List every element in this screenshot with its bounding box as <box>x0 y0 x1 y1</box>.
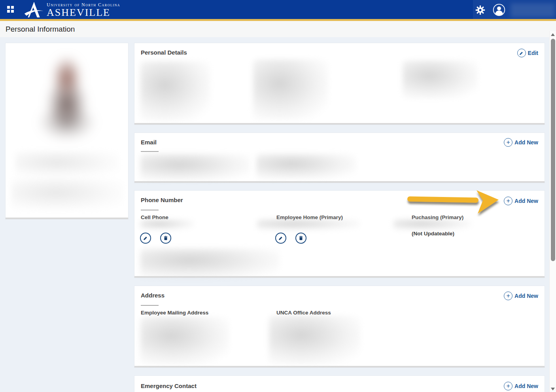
scroll-down-arrow-icon[interactable] <box>551 388 555 390</box>
address-title-underline <box>141 305 159 306</box>
edit-pencil-icon <box>517 49 526 57</box>
redacted-email <box>140 154 250 181</box>
pencil-icon <box>143 235 148 241</box>
edit-personal-details-button[interactable]: Edit <box>517 49 538 57</box>
not-updateable-note: (Not Updateable) <box>412 231 454 237</box>
redacted-email <box>256 154 356 179</box>
redacted-address <box>269 316 361 364</box>
address-type-label: UNCA Office Address <box>276 310 331 316</box>
email-card: Email + Add New <box>134 133 545 183</box>
phone-number-title: Phone Number <box>141 197 183 203</box>
add-new-email-button[interactable]: + Add New <box>504 138 538 147</box>
personal-details-title: Personal Details <box>141 49 187 56</box>
profile-photo-redacted <box>27 44 106 163</box>
edit-cell-phone-button[interactable] <box>140 233 151 244</box>
add-new-label: Add New <box>514 139 538 146</box>
add-new-label: Add New <box>514 383 538 389</box>
plus-icon: + <box>504 382 513 390</box>
add-new-emergency-contact-button[interactable]: + Add New <box>504 382 538 390</box>
redacted-detail <box>140 61 210 121</box>
app-menu-icon[interactable] <box>7 6 14 13</box>
redacted-phone-value <box>140 220 194 230</box>
trash-icon <box>163 235 168 241</box>
trash-icon <box>298 235 304 241</box>
edit-label: Edit <box>528 50 538 56</box>
user-name-redacted[interactable] <box>511 3 555 17</box>
emergency-contact-title: Emergency Contact <box>141 383 197 389</box>
redacted-block <box>140 248 280 278</box>
address-title: Address <box>141 292 165 299</box>
unca-a-swoosh-icon <box>24 1 44 19</box>
delete-cell-phone-button[interactable] <box>160 233 171 244</box>
plus-icon: + <box>504 197 513 205</box>
redacted-detail <box>403 61 478 98</box>
edit-home-phone-button[interactable] <box>275 233 286 244</box>
profile-text-redacted <box>15 151 119 177</box>
add-new-label: Add New <box>514 198 538 204</box>
logo-line2: ASHEVILLE <box>47 8 120 18</box>
phone-title-underline <box>141 210 159 210</box>
pencil-icon <box>278 235 284 241</box>
emergency-contact-card: Emergency Contact + Add New <box>134 376 545 392</box>
phone-number-card: Phone Number + Add New Cell Phone Employ… <box>134 191 545 278</box>
add-new-phone-button[interactable]: + Add New <box>504 197 538 205</box>
email-title: Email <box>141 139 157 146</box>
personal-information-page: University of North Carolina ASHEVILLE <box>0 0 556 392</box>
profile-text-redacted <box>11 178 123 210</box>
logo-line1: University of North Carolina <box>47 2 120 7</box>
profile-photo-card <box>6 43 128 219</box>
email-title-underline <box>141 151 159 152</box>
page-title: Personal Information <box>6 25 75 34</box>
add-new-address-button[interactable]: + Add New <box>504 292 538 300</box>
delete-home-phone-button[interactable] <box>295 233 306 244</box>
top-navigation-bar: University of North Carolina ASHEVILLE <box>0 0 556 19</box>
scroll-up-arrow-icon[interactable] <box>551 33 555 36</box>
redacted-detail <box>253 59 328 119</box>
address-card: Address + Add New Employee Mailing Addre… <box>134 286 545 367</box>
scrollbar-thumb[interactable] <box>551 39 555 261</box>
plus-icon: + <box>504 292 513 300</box>
address-type-label: Employee Mailing Address <box>141 310 208 316</box>
vertical-scrollbar[interactable] <box>549 31 556 392</box>
page-title-strip: Personal Information <box>0 21 556 37</box>
redacted-address <box>140 317 229 364</box>
redacted-phone-value <box>257 219 360 230</box>
settings-gear-icon[interactable] <box>474 4 486 16</box>
user-profile-icon[interactable] <box>493 4 505 16</box>
plus-icon: + <box>504 138 513 147</box>
redacted-phone-value <box>393 219 471 230</box>
add-new-label: Add New <box>514 293 538 299</box>
unca-logo[interactable]: University of North Carolina ASHEVILLE <box>24 1 120 19</box>
personal-details-card: Personal Details Edit <box>134 43 545 125</box>
